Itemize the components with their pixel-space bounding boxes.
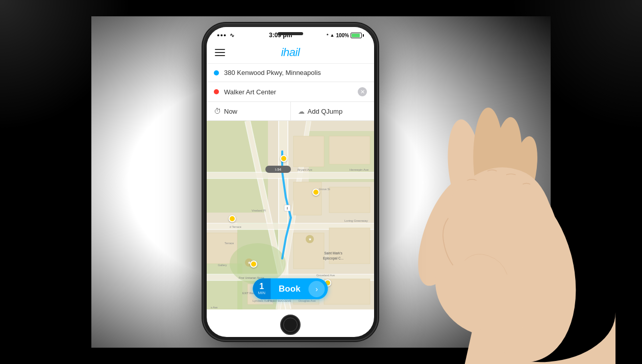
search-section: 380 Kenwood Pkwy, Minneapolis Walker Art… bbox=[207, 64, 374, 121]
app-logo: ihail bbox=[281, 46, 300, 59]
hamburger-line-2 bbox=[215, 52, 225, 53]
svg-rect-17 bbox=[293, 136, 324, 167]
book-button[interactable]: 1 MIN Book › bbox=[253, 278, 328, 299]
qjump-text: Add QJump bbox=[308, 108, 343, 115]
book-min-label: MIN bbox=[258, 291, 265, 295]
bluetooth-icon: * bbox=[327, 33, 329, 38]
pickup-field[interactable]: 380 Kenwood Pkwy, Minneapolis bbox=[207, 64, 374, 82]
app-header: ihail bbox=[207, 41, 374, 64]
svg-text:s Ave: s Ave bbox=[211, 306, 217, 309]
taxi-marker-1 bbox=[280, 155, 287, 162]
svg-text:Gallery: Gallery bbox=[218, 264, 227, 267]
time-text: Now bbox=[224, 108, 237, 115]
svg-text:Groveland Ave: Groveland Ave bbox=[316, 274, 335, 277]
taxi-marker-4 bbox=[250, 261, 257, 268]
signal-arrow: ▲ bbox=[330, 33, 335, 38]
svg-rect-18 bbox=[329, 136, 370, 164]
battery-icon bbox=[351, 33, 364, 38]
svg-text:Episcopal C...: Episcopal C... bbox=[323, 256, 343, 261]
svg-text:Saint Mark's: Saint Mark's bbox=[324, 251, 342, 255]
map-area[interactable]: Bryant Ave Hennepin Ave Loring Greenway … bbox=[207, 121, 374, 309]
svg-rect-20 bbox=[329, 187, 370, 213]
logo-hail: hail bbox=[283, 46, 300, 59]
book-min-number: 1 bbox=[259, 282, 264, 291]
speaker bbox=[278, 32, 303, 35]
destination-dot bbox=[214, 89, 219, 94]
svg-rect-12 bbox=[207, 173, 374, 178]
book-minutes: 1 MIN bbox=[253, 278, 270, 299]
svg-text:Grove St: Grove St bbox=[319, 188, 330, 191]
qjump-option[interactable]: ☁ Add QJump bbox=[291, 102, 375, 120]
svg-text:d Terrace: d Terrace bbox=[230, 225, 241, 228]
destination-text: Walker Art Center bbox=[224, 88, 353, 96]
svg-text:Loring Greenway: Loring Greenway bbox=[344, 219, 368, 222]
svg-text:Vineland Pl: Vineland Pl bbox=[252, 209, 266, 212]
book-arrow-icon: › bbox=[309, 281, 325, 297]
options-row: ⏱ Now ☁ Add QJump bbox=[207, 102, 374, 121]
wifi-icon: ∿ bbox=[230, 32, 234, 39]
book-label: Book bbox=[270, 280, 309, 298]
battery-percent: 100% bbox=[336, 33, 349, 38]
scene: ●●● ∿ 3:09 pm * ▲ 100% bbox=[0, 0, 642, 364]
svg-text:Douglas Ave: Douglas Ave bbox=[299, 299, 316, 302]
taxi-marker-3 bbox=[229, 215, 236, 222]
home-button[interactable] bbox=[280, 315, 301, 335]
svg-rect-19 bbox=[293, 182, 322, 215]
phone-device: ●●● ∿ 3:09 pm * ▲ 100% bbox=[204, 24, 377, 340]
status-left: ●●● ∿ bbox=[217, 32, 234, 39]
hamburger-line-1 bbox=[215, 49, 225, 50]
time-option[interactable]: ⏱ Now bbox=[207, 102, 291, 120]
cloud-icon: ☁ bbox=[298, 108, 305, 115]
svg-text:Terrace: Terrace bbox=[225, 242, 234, 245]
svg-text:I-94: I-94 bbox=[275, 168, 281, 171]
hamburger-line-3 bbox=[215, 55, 225, 56]
svg-text:Project SUCCESS: Project SUCCESS bbox=[268, 299, 291, 302]
pickup-dot bbox=[214, 70, 219, 75]
phone-screen: ●●● ∿ 3:09 pm * ▲ 100% bbox=[207, 27, 374, 337]
taxi-marker-2 bbox=[312, 189, 319, 196]
signal-dots: ●●● bbox=[217, 33, 227, 38]
clear-button[interactable]: ✕ bbox=[358, 87, 367, 96]
status-right: * ▲ 100% bbox=[327, 33, 364, 38]
svg-text:I: I bbox=[287, 206, 288, 210]
svg-text:★: ★ bbox=[308, 237, 312, 242]
svg-text:Bryant Ave: Bryant Ave bbox=[298, 168, 313, 171]
svg-text:Hennepin Ave: Hennepin Ave bbox=[350, 168, 369, 171]
menu-button[interactable] bbox=[215, 49, 225, 56]
pickup-text: 380 Kenwood Pkwy, Minneapolis bbox=[224, 69, 367, 76]
destination-field[interactable]: Walker Art Center ✕ bbox=[207, 82, 374, 102]
clock-icon: ⏱ bbox=[214, 107, 221, 115]
